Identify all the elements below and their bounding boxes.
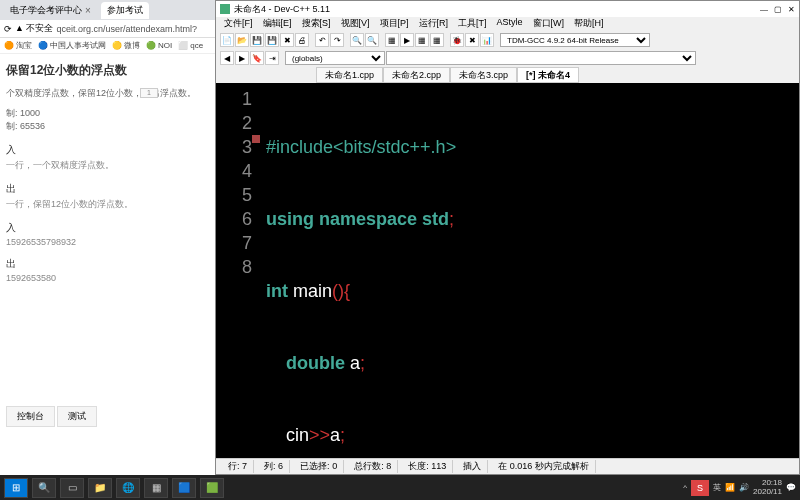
output-section: 出 — [6, 182, 209, 196]
problem-description: 个双精度浮点数，保留12位小数，输出浮点数。 — [6, 87, 209, 101]
close-icon[interactable]: ✕ — [788, 5, 795, 14]
maximize-icon[interactable]: ▢ — [774, 5, 782, 14]
taskview-icon[interactable]: ▭ — [60, 478, 84, 498]
file-tabs: 未命名1.cpp 未命名2.cpp 未命名3.cpp [*] 未命名4 — [216, 67, 799, 83]
debug-icon[interactable]: 🐞 — [450, 33, 464, 47]
taskbar-browser-icon[interactable]: 🌐 — [116, 478, 140, 498]
find-icon[interactable]: 🔍 — [350, 33, 364, 47]
symbol-select[interactable] — [386, 51, 696, 65]
file-tab[interactable]: 未命名1.cpp — [316, 67, 383, 83]
system-tray: ^ S 英 📶 🔊 20:18 2020/11 💬 — [683, 479, 796, 497]
undo-icon[interactable]: ↶ — [315, 33, 329, 47]
menu-search[interactable]: 搜索[S] — [298, 17, 335, 31]
taskbar-app-icon[interactable]: ▦ — [144, 478, 168, 498]
sample-out-label: 出 — [6, 257, 209, 271]
status-line: 行: 7 — [222, 460, 254, 473]
replace-icon[interactable]: 🔍 — [365, 33, 379, 47]
problem-title: 保留12位小数的浮点数 — [6, 62, 209, 79]
bookmarks-bar: 🟠淘宝 🔵中国人事考试网 🟡微博 🟢NOI ⬜qce — [0, 38, 215, 54]
bookmark-icon[interactable]: 🔖 — [250, 51, 264, 65]
browser-tabs: 电子学会考评中心× 参加考试 — [0, 0, 215, 20]
console-tab[interactable]: 测试 — [57, 406, 97, 427]
minimize-icon[interactable]: — — [760, 5, 768, 14]
toolbar-area: 📄 📂 💾 💾 ✖ 🖨 ↶ ↷ 🔍 🔍 ▦ ▶ ▦ ▦ 🐞 ✖ 📊 TDM-GC… — [216, 31, 799, 67]
code-lines[interactable]: #include<bits/stdc++.h> using namespace … — [260, 83, 462, 458]
console-tab[interactable]: 控制台 — [6, 406, 55, 427]
bookmark[interactable]: 🟠淘宝 — [4, 40, 32, 51]
menu-window[interactable]: 窗口[W] — [529, 17, 569, 31]
ime-lang[interactable]: 英 — [713, 482, 721, 493]
tray-chevron-icon[interactable]: ^ — [683, 483, 687, 492]
bookmark[interactable]: ⬜qce — [178, 41, 203, 50]
status-total: 总行数: 8 — [348, 460, 398, 473]
app-icon — [220, 4, 230, 14]
notifications-icon[interactable]: 💬 — [786, 483, 796, 492]
line-badge: 1 — [140, 88, 158, 98]
menu-help[interactable]: 帮助[H] — [570, 17, 608, 31]
code-editor[interactable]: 1 2 3 4 5 6 7 8 #include<bits/stdc++.h> … — [216, 83, 799, 458]
browser-pane: 电子学会考评中心× 参加考试 ⟳ ▲ 不安全 qceit.org.cn/user… — [0, 0, 215, 475]
menu-project[interactable]: 项目[P] — [376, 17, 413, 31]
input-section: 入 — [6, 143, 209, 157]
url-text: qceit.org.cn/user/attendexam.html? — [56, 24, 197, 34]
profile-icon[interactable]: 📊 — [480, 33, 494, 47]
print-icon[interactable]: 🖨 — [295, 33, 309, 47]
menu-view[interactable]: 视图[V] — [337, 17, 374, 31]
file-tab-active[interactable]: [*] 未命名4 — [517, 67, 579, 83]
menu-astyle[interactable]: AStyle — [493, 17, 527, 31]
close-file-icon[interactable]: ✖ — [280, 33, 294, 47]
search-icon[interactable]: 🔍 — [32, 478, 56, 498]
console-tabs: 控制台 测试 — [6, 406, 97, 427]
menu-edit[interactable]: 编辑[E] — [259, 17, 296, 31]
compiler-select[interactable]: TDM-GCC 4.9.2 64-bit Release — [500, 33, 650, 47]
taskbar-app-icon[interactable]: 🟦 — [172, 478, 196, 498]
taskbar-folder-icon[interactable]: 📁 — [88, 478, 112, 498]
bookmark[interactable]: 🟡微博 — [112, 40, 140, 51]
address-bar[interactable]: ⟳ ▲ 不安全 qceit.org.cn/user/attendexam.htm… — [0, 20, 215, 38]
status-mode: 插入 — [457, 460, 488, 473]
sample-out: 1592653580 — [6, 273, 209, 283]
volume-icon[interactable]: 🔊 — [739, 483, 749, 492]
new-icon[interactable]: 📄 — [220, 33, 234, 47]
open-icon[interactable]: 📂 — [235, 33, 249, 47]
back-icon[interactable]: ◀ — [220, 51, 234, 65]
menu-tools[interactable]: 工具[T] — [454, 17, 491, 31]
start-button[interactable]: ⊞ — [4, 478, 28, 498]
browser-tab-active[interactable]: 参加考试 — [101, 2, 149, 19]
status-col: 列: 6 — [258, 460, 290, 473]
globals-select[interactable]: (globals) — [285, 51, 385, 65]
bookmark[interactable]: 🟢NOI — [146, 41, 172, 50]
input-desc: 一行，一个双精度浮点数。 — [6, 159, 209, 172]
output-desc: 一行，保留12位小数的浮点数。 — [6, 198, 209, 211]
save-icon[interactable]: 💾 — [250, 33, 264, 47]
taskbar-devcpp-icon[interactable]: 🟩 — [200, 478, 224, 498]
bookmark[interactable]: 🔵中国人事考试网 — [38, 40, 106, 51]
rebuild-icon[interactable]: ▦ — [430, 33, 444, 47]
goto-icon[interactable]: ⇥ — [265, 51, 279, 65]
clock[interactable]: 20:18 2020/11 — [753, 479, 782, 497]
browser-tab[interactable]: 电子学会考评中心× — [4, 2, 97, 19]
file-tab[interactable]: 未命名2.cpp — [383, 67, 450, 83]
fwd-icon[interactable]: ▶ — [235, 51, 249, 65]
compile-icon[interactable]: ▦ — [385, 33, 399, 47]
taskbar: ⊞ 🔍 ▭ 📁 🌐 ▦ 🟦 🟩 ^ S 英 📶 🔊 20:18 2020/11 … — [0, 475, 800, 500]
status-sel: 已选择: 0 — [294, 460, 344, 473]
menu-file[interactable]: 文件[F] — [220, 17, 257, 31]
stop-icon[interactable]: ✖ — [465, 33, 479, 47]
compile-run-icon[interactable]: ▦ — [415, 33, 429, 47]
security-warning: ▲ 不安全 — [15, 22, 53, 35]
sample-in-label: 入 — [6, 221, 209, 235]
titlebar[interactable]: 未命名4 - Dev-C++ 5.11 — ▢ ✕ — [216, 1, 799, 17]
redo-icon[interactable]: ↷ — [330, 33, 344, 47]
network-icon[interactable]: 📶 — [725, 483, 735, 492]
statusbar: 行: 7 列: 6 已选择: 0 总行数: 8 长度: 113 插入 在 0.0… — [216, 458, 799, 474]
reload-icon[interactable]: ⟳ — [4, 24, 12, 34]
menu-run[interactable]: 运行[R] — [415, 17, 453, 31]
close-icon[interactable]: × — [85, 5, 91, 16]
ime-icon[interactable]: S — [691, 480, 709, 496]
run-icon[interactable]: ▶ — [400, 33, 414, 47]
file-tab[interactable]: 未命名3.cpp — [450, 67, 517, 83]
sample-in: 15926535798932 — [6, 237, 209, 247]
fold-marker-icon[interactable] — [252, 135, 260, 143]
saveall-icon[interactable]: 💾 — [265, 33, 279, 47]
